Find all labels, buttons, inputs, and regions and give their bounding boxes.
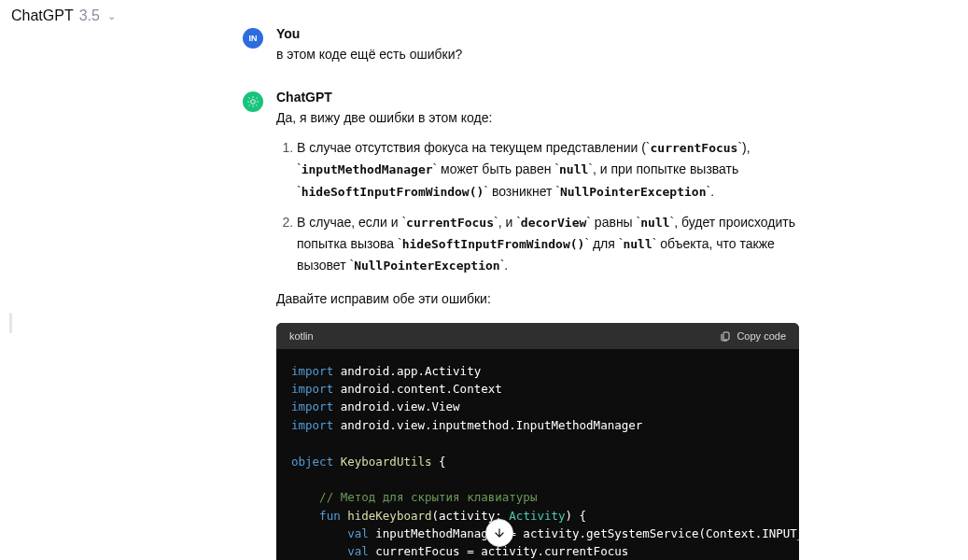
sidebar-handle[interactable] (9, 313, 12, 333)
assistant-message: ChatGPT Да, я вижу две ошибки в этом код… (243, 90, 803, 560)
list-item: В случае, если и `currentFocus`, и `deco… (297, 212, 803, 276)
svg-rect-1 (723, 332, 729, 340)
conversation: IN You в этом коде ещё есть ошибки? Chat… (243, 26, 803, 560)
user-text: в этом коде ещё есть ошибки? (276, 45, 803, 65)
code-content[interactable]: import android.app.Activity import andro… (276, 349, 799, 560)
code-block: kotlin Copy code import android.app.Acti… (276, 323, 799, 560)
error-list: В случае отсутствия фокуса на текущем пр… (276, 137, 803, 276)
svg-point-0 (251, 99, 256, 104)
assistant-author: ChatGPT (276, 90, 803, 105)
clipboard-icon (720, 330, 731, 342)
assistant-outro: Давайте исправим обе эти ошибки: (276, 289, 803, 310)
code-lang: kotlin (289, 330, 314, 342)
assistant-intro: Да, я вижу две ошибки в этом коде: (276, 108, 803, 129)
user-author: You (276, 26, 803, 41)
assistant-avatar (243, 91, 263, 112)
user-avatar: IN (243, 28, 263, 49)
arrow-down-icon (493, 526, 506, 539)
model-switcher[interactable]: ChatGPT 3.5 ⌄ (11, 7, 116, 24)
copy-code-button[interactable]: Copy code (720, 330, 786, 342)
scroll-to-bottom-button[interactable] (485, 519, 513, 547)
list-item: В случае отсутствия фокуса на текущем пр… (297, 137, 803, 202)
chevron-down-icon: ⌄ (107, 10, 116, 22)
model-version: 3.5 (79, 7, 100, 24)
user-message: IN You в этом коде ещё есть ошибки? (243, 26, 803, 65)
model-name: ChatGPT (11, 7, 74, 24)
